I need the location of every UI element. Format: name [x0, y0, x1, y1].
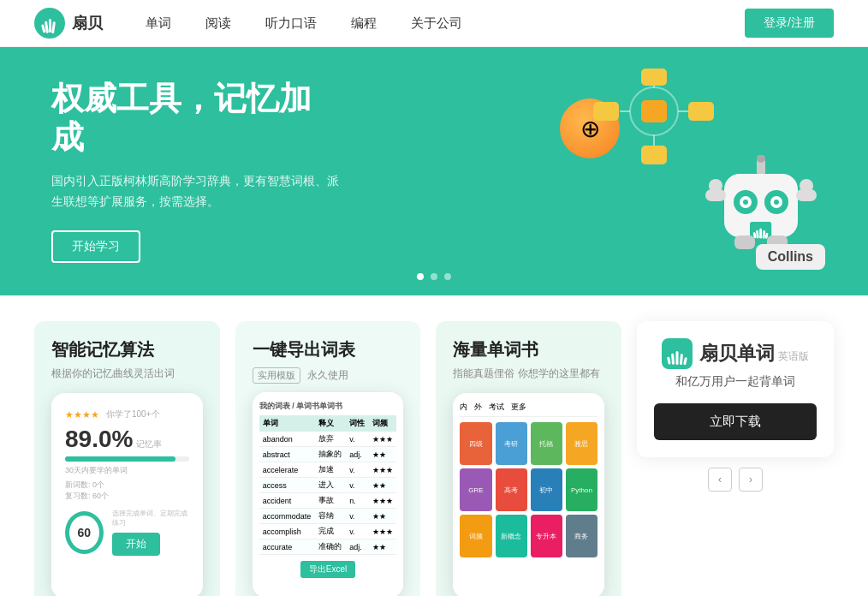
memory-pct: 89.0%: [65, 426, 133, 453]
word-table: 单词 释义 词性 词频 abandon放弃v.★★★abstract抽象的adj…: [259, 415, 397, 555]
table-row: accident事故n.★★★: [259, 493, 397, 509]
features-wrapper: 智能记忆算法 根据你的记忆曲线灵活出词 ★★★★ 你学了100+个 89.0% …: [0, 295, 868, 596]
nav-listening[interactable]: 听力口语: [265, 15, 317, 32]
carousel-prev-button[interactable]: ‹: [708, 468, 732, 492]
start-button[interactable]: 开始: [112, 533, 160, 556]
nav-reading[interactable]: 阅读: [205, 15, 231, 32]
col-meaning: 释义: [315, 415, 346, 432]
carousel-nav: ‹ ›: [637, 468, 834, 492]
hero-content: 权威工具，记忆加成 国内引入正版柯林斯高阶学习辞典，更有智慧词根、派生联想等扩展…: [51, 80, 342, 264]
count-label: 你学了100+个: [106, 408, 160, 420]
app-name: 扇贝单词: [699, 343, 775, 364]
svg-point-23: [774, 200, 779, 205]
book-cover[interactable]: Python: [566, 468, 597, 511]
col-pos: 词性: [346, 415, 369, 432]
svg-point-22: [743, 200, 748, 205]
svg-rect-13: [593, 102, 619, 121]
nav-coding[interactable]: 编程: [351, 15, 377, 32]
app-promo-logo: 扇贝单词 英语版: [662, 338, 809, 369]
main-nav: 单词 阅读 听力口语 编程 关于公司: [146, 15, 745, 32]
phone-mockup-3: 内 外 考试 更多 四级考研托福雅思GRE高考初中Python词频新概念专升本商…: [453, 393, 604, 596]
download-button[interactable]: 立即下载: [654, 403, 817, 440]
book-cover[interactable]: 新概念: [496, 515, 527, 557]
phone-screen-1: ★★★★ 你学了100+个 89.0% 记忆率 30天内要学的单词: [51, 393, 203, 596]
feature-subtitle-memory: 根据你的记忆曲线灵活出词: [51, 367, 203, 381]
book-cover[interactable]: 托福: [531, 422, 562, 465]
tab-more: 更多: [511, 402, 526, 413]
feature-title-memory: 智能记忆算法: [51, 338, 203, 361]
svg-rect-12: [688, 102, 714, 121]
dot-1[interactable]: [417, 273, 424, 280]
feature-title-table: 一键导出词表: [253, 338, 404, 361]
robot-illustration: Collins: [705, 155, 817, 295]
hero-description: 国内引入正版柯林斯高阶学习辞典，更有智慧词根、派生联想等扩展服务，按需选择。: [51, 171, 342, 212]
phone-mockup-2: 我的词表 / 单词书单词书 单词 释义 词性 词频: [253, 392, 404, 596]
book-cover[interactable]: 词频: [460, 515, 491, 557]
svg-point-33: [800, 179, 813, 193]
table-row: accomplish完成v.★★★: [259, 524, 397, 539]
table-row: accurate准确的adj.★★: [259, 539, 397, 555]
hero-dots: [417, 273, 451, 280]
book-cover[interactable]: 雅思: [566, 422, 597, 465]
col-freq: 词频: [369, 415, 397, 432]
svg-point-32: [709, 179, 722, 193]
dot-2[interactable]: [431, 273, 437, 280]
dot-3[interactable]: [444, 273, 451, 280]
feature-subtitle-table: 永久使用: [307, 369, 348, 381]
logo-text: 扇贝: [72, 13, 103, 33]
feature-card-table: 一键导出词表 实用模版 永久使用 我的词表 / 单词书单词书 单词 释义: [235, 321, 421, 596]
book-cover[interactable]: 高考: [496, 468, 527, 511]
svg-rect-11: [641, 69, 667, 86]
features-left: 智能记忆算法 根据你的记忆曲线灵活出词 ★★★★ 你学了100+个 89.0% …: [34, 321, 621, 596]
book-grid: 四级考研托福雅思GRE高考初中Python词频新概念专升本商务: [460, 422, 597, 557]
robot-svg: [705, 155, 817, 292]
feature-title-books: 海量单词书: [453, 338, 604, 361]
col-word: 单词: [259, 415, 316, 432]
circle-number: 60: [78, 526, 92, 539]
app-tagline: 和亿万用户一起背单词: [675, 374, 795, 390]
app-version: 英语版: [778, 350, 809, 362]
features-right: 扇贝单词 英语版 和亿万用户一起背单词 立即下载 ‹ ›: [637, 321, 834, 492]
svg-rect-3: [49, 19, 51, 33]
progress-fill: [65, 456, 175, 462]
nav-about[interactable]: 关于公司: [411, 15, 462, 32]
nav-words[interactable]: 单词: [146, 15, 171, 32]
memory-pct-label: 记忆率: [136, 438, 162, 450]
app-name-group: 扇贝单词 英语版: [699, 341, 809, 367]
book-cover[interactable]: 商务: [566, 515, 597, 557]
robot: Collins: [705, 155, 817, 295]
hero-banner: 权威工具，记忆加成 国内引入正版柯林斯高阶学习辞典，更有智慧词根、派生联想等扩展…: [0, 47, 868, 295]
feature-subtitle-books: 指能真题俚俗 你想学的这里都有: [453, 367, 604, 381]
star-rating: ★★★★: [65, 409, 99, 420]
logo-icon: [34, 8, 65, 39]
export-button[interactable]: 导出Excel: [300, 561, 355, 578]
progress-bar: [65, 456, 189, 462]
circle-progress: 60: [65, 511, 104, 554]
login-button[interactable]: 登录/注册: [745, 9, 834, 38]
memory-stats: ★★★★ 你学了100+个 89.0% 记忆率 30天内要学的单词: [58, 402, 196, 563]
table-row: access进入v.★★: [259, 478, 397, 493]
feature-card-memory: 智能记忆算法 根据你的记忆曲线灵活出词 ★★★★ 你学了100+个 89.0% …: [34, 321, 220, 596]
feature-card-books: 海量单词书 指能真题俚俗 你想学的这里都有 内 外 考试 更多 四级考研托福雅思…: [436, 321, 621, 596]
svg-rect-39: [675, 351, 678, 365]
network-diagram: [586, 64, 722, 184]
app-logo-icon: [662, 338, 693, 369]
table-row: abstract抽象的adj.★★: [259, 447, 397, 462]
hero-cta-button[interactable]: 开始学习: [51, 230, 140, 263]
logo[interactable]: 扇贝: [34, 8, 103, 39]
hero-title: 权威工具，记忆加成: [51, 80, 342, 158]
app-promo-card: 扇贝单词 英语版 和亿万用户一起背单词 立即下载: [637, 321, 834, 457]
phone-mockup-1: ★★★★ 你学了100+个 89.0% 记忆率 30天内要学的单词: [51, 393, 203, 596]
phone-screen-3: 内 外 考试 更多 四级考研托福雅思GRE高考初中Python词频新概念专升本商…: [453, 393, 604, 596]
book-cover[interactable]: 四级: [460, 422, 491, 465]
book-cover[interactable]: 初中: [531, 468, 562, 511]
book-cover[interactable]: GRE: [460, 468, 491, 511]
words-label: 30天内要学的单词: [65, 465, 189, 476]
book-cover[interactable]: 考研: [496, 422, 527, 465]
table-row: abandon放弃v.★★★: [259, 432, 397, 447]
svg-rect-6: [641, 100, 667, 122]
book-cover[interactable]: 专升本: [531, 515, 562, 557]
carousel-next-button[interactable]: ›: [739, 468, 763, 492]
svg-rect-14: [641, 146, 667, 164]
svg-rect-34: [734, 235, 755, 249]
